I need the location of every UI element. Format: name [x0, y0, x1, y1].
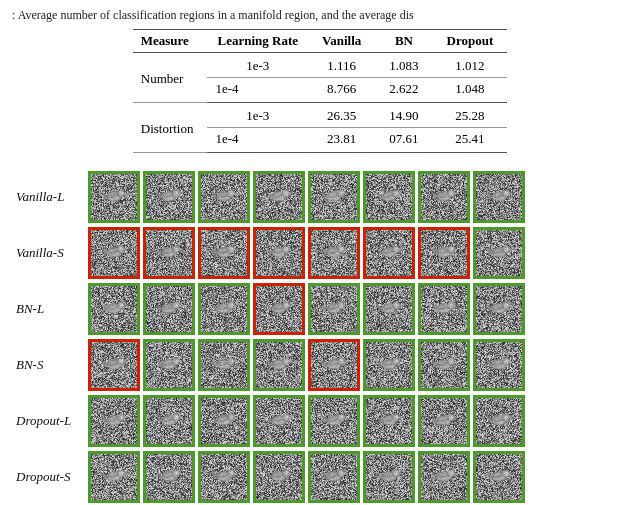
grid-cell [198, 451, 250, 503]
cell-inner [418, 171, 470, 223]
cell-inner [418, 451, 470, 503]
cell-inner [473, 171, 525, 223]
cell-border-green [308, 171, 360, 223]
cell-border-green [473, 451, 525, 503]
grid-cell [253, 451, 305, 503]
grid-row: Dropout-L [16, 395, 628, 447]
cell-inner [363, 395, 415, 447]
cell-inner [198, 395, 250, 447]
row-label-4: Dropout-L [16, 413, 88, 429]
grid-cell [143, 283, 195, 335]
cell-border-red [363, 227, 415, 279]
cell-inner [253, 395, 305, 447]
grid-cell [88, 451, 140, 503]
cell-border-green [253, 171, 305, 223]
grid-cell [473, 339, 525, 391]
grid-row: Dropout-S [16, 451, 628, 503]
cell-border-green [253, 395, 305, 447]
cell-inner [143, 171, 195, 223]
cells-row-1 [88, 227, 525, 279]
cell-border-red [198, 227, 250, 279]
cell-inner [473, 227, 525, 279]
cell-border-green [473, 283, 525, 335]
grid-cell [418, 227, 470, 279]
cell-border-green [198, 171, 250, 223]
cell-inner [418, 227, 470, 279]
grid-cell [363, 451, 415, 503]
cell-border-green [363, 283, 415, 335]
grid-cell [198, 227, 250, 279]
cell-inner [198, 451, 250, 503]
cell-inner [308, 395, 360, 447]
cell-inner [308, 339, 360, 391]
cell-inner [363, 227, 415, 279]
grid-row: Vanilla-S [16, 227, 628, 279]
cell-border-green [363, 171, 415, 223]
row-label-0: Vanilla-L [16, 189, 88, 205]
bn-distortion-2: 07.61 [375, 128, 432, 153]
grid-cell [473, 171, 525, 223]
cell-inner [88, 171, 140, 223]
lr-distortion-1: 1e-3 [207, 103, 308, 128]
col-vanilla: Vanilla [308, 30, 375, 53]
col-measure: Measure [133, 30, 208, 53]
cell-border-green [418, 283, 470, 335]
cell-border-green [473, 395, 525, 447]
grid-cell [418, 451, 470, 503]
cell-inner [308, 283, 360, 335]
grid-cell [88, 395, 140, 447]
row-label-5: Dropout-S [16, 469, 88, 485]
cell-border-green [198, 395, 250, 447]
cell-border-green [198, 283, 250, 335]
page-caption: : Average number of classification regio… [12, 8, 628, 23]
cell-border-red [143, 227, 195, 279]
grid-cell [143, 227, 195, 279]
grid-cell [88, 171, 140, 223]
cell-border-red [88, 227, 140, 279]
cell-border-green [418, 395, 470, 447]
col-dropout: Dropout [433, 30, 508, 53]
cell-inner [253, 283, 305, 335]
measure-number: Number [133, 53, 208, 103]
row-label-1: Vanilla-S [16, 245, 88, 261]
cell-border-green [363, 395, 415, 447]
cell-inner [363, 451, 415, 503]
cell-border-green [198, 451, 250, 503]
cell-border-green [88, 171, 140, 223]
grid-cell [308, 283, 360, 335]
grid-cell [418, 283, 470, 335]
cell-inner [253, 227, 305, 279]
grid-row: BN-L [16, 283, 628, 335]
cell-border-green [473, 227, 525, 279]
cell-inner [418, 283, 470, 335]
cell-inner [88, 395, 140, 447]
cell-inner [418, 339, 470, 391]
grid-cell [308, 171, 360, 223]
cells-row-2 [88, 283, 525, 335]
grid-cell [363, 395, 415, 447]
grid-cell [363, 339, 415, 391]
cell-border-green [88, 451, 140, 503]
cell-inner [143, 395, 195, 447]
grid-cell [143, 451, 195, 503]
grid-cell [473, 283, 525, 335]
cell-inner [88, 339, 140, 391]
cell-border-red [253, 283, 305, 335]
grid-cell [143, 339, 195, 391]
cell-inner [198, 283, 250, 335]
cell-border-green [253, 451, 305, 503]
vanilla-distortion-1: 26.35 [308, 103, 375, 128]
grid-cell [198, 395, 250, 447]
cell-inner [418, 395, 470, 447]
grid-cell [198, 283, 250, 335]
cell-border-red [88, 339, 140, 391]
lr-distortion-2: 1e-4 [207, 128, 308, 153]
cell-inner [363, 283, 415, 335]
cell-border-green [473, 339, 525, 391]
cell-border-green [143, 171, 195, 223]
grid-cell [253, 339, 305, 391]
cell-border-red [308, 227, 360, 279]
vanilla-number-1: 1.116 [308, 53, 375, 78]
dropout-number-2: 1.048 [433, 78, 508, 103]
cells-row-4 [88, 395, 525, 447]
